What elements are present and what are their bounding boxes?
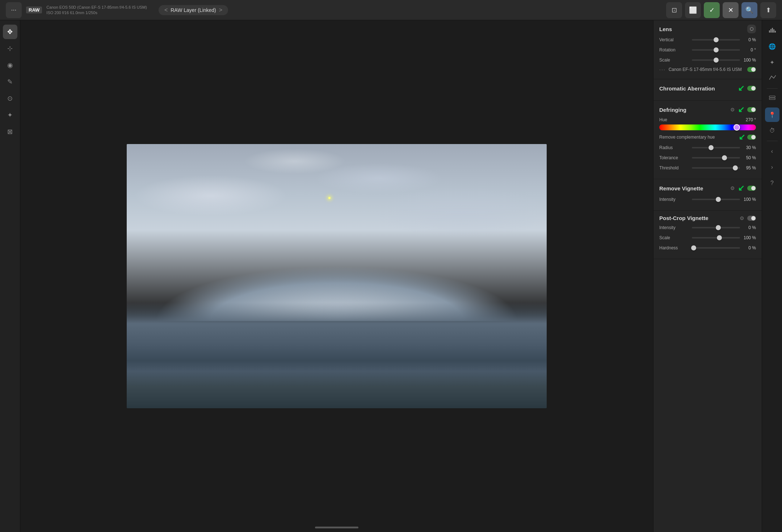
remove-vignette-header: Remove Vignette ⚙ ↙ xyxy=(659,183,756,193)
svg-rect-0 xyxy=(769,30,770,33)
post-crop-intensity-slider[interactable] xyxy=(692,224,740,231)
threshold-label: Threshold xyxy=(659,165,692,170)
defringing-gear-icon[interactable]: ⚙ xyxy=(730,107,735,113)
scale-slider[interactable] xyxy=(692,56,740,64)
remove-comp-toggle[interactable] xyxy=(747,135,756,140)
remove-vignette-toggle[interactable] xyxy=(747,186,756,191)
scroll-indicator[interactable] xyxy=(315,527,358,528)
lens-toggle[interactable] xyxy=(747,67,756,72)
annotation-arrow-2: ↙ xyxy=(738,105,744,114)
chromatic-aberration-controls: ↙ xyxy=(738,84,756,93)
post-crop-vignette-toggle[interactable] xyxy=(747,216,756,221)
paint-tool[interactable]: ⊙ xyxy=(3,91,17,106)
crop-tool[interactable]: ⊠ xyxy=(3,124,17,139)
panel-collapse-left-button[interactable]: ‹ xyxy=(765,144,779,159)
post-crop-scale-thumb[interactable] xyxy=(717,235,722,240)
tolerance-thumb[interactable] xyxy=(722,155,727,160)
post-crop-gear-icon[interactable]: ⚙ xyxy=(740,215,744,221)
layers-icon xyxy=(769,95,776,102)
remove-vignette-gear-icon[interactable]: ⚙ xyxy=(730,185,735,191)
tolerance-slider[interactable] xyxy=(692,154,740,161)
canvas-area[interactable] xyxy=(20,20,653,532)
cancel-button[interactable]: ✕ xyxy=(723,2,739,18)
post-crop-scale-slider-row: Scale 100 % xyxy=(659,234,756,241)
svg-rect-1 xyxy=(770,29,772,33)
search-button[interactable]: 🔍 xyxy=(741,2,757,18)
post-crop-hardness-track xyxy=(692,247,740,249)
vignette-intensity-slider[interactable] xyxy=(692,196,740,203)
hue-track[interactable] xyxy=(659,124,756,130)
threshold-slider-row: Threshold 95 % xyxy=(659,164,756,172)
threshold-slider[interactable] xyxy=(692,164,740,172)
radius-slider[interactable] xyxy=(692,144,740,151)
person-icon: ◉ xyxy=(7,61,13,69)
post-crop-intensity-value: 0 % xyxy=(740,225,756,230)
sparkle-button[interactable]: ✦ xyxy=(765,55,779,69)
histogram-button[interactable] xyxy=(765,23,779,38)
vertical-slider[interactable] xyxy=(692,36,740,43)
layers-button[interactable] xyxy=(765,92,779,106)
hue-label: Hue xyxy=(659,117,667,122)
layer-tab[interactable]: < RAW Layer (Linked) > xyxy=(159,5,228,15)
stack-view-button[interactable]: ⊡ xyxy=(666,2,682,18)
history-button[interactable]: ⏱ xyxy=(765,123,779,138)
lens-entry: ··· Canon EF-S 17-85mm f/4-5.6 IS USM xyxy=(659,67,756,72)
post-crop-intensity-thumb[interactable] xyxy=(716,225,721,230)
compare-button[interactable]: ⬜ xyxy=(685,2,701,18)
post-crop-hardness-slider[interactable] xyxy=(692,244,740,252)
post-crop-vignette-section: Post-Crop Vignette ⚙ Intensity 0 % Scale xyxy=(653,211,762,259)
post-crop-scale-value: 100 % xyxy=(740,235,756,240)
left-toolbar: ✥ ⊹ ◉ ✎ ⊙ ✦ ⊠ xyxy=(0,20,20,532)
scale-thumb[interactable] xyxy=(714,58,719,63)
radius-slider-row: Radius 30 % xyxy=(659,144,756,151)
menu-button[interactable]: ··· xyxy=(6,2,22,18)
threshold-track xyxy=(692,167,740,169)
vignette-intensity-label: Intensity xyxy=(659,197,692,202)
defringing-toggle[interactable] xyxy=(747,107,756,112)
globe-button[interactable]: 🌐 xyxy=(765,39,779,54)
post-crop-hardness-thumb[interactable] xyxy=(691,245,696,250)
levels-button[interactable] xyxy=(765,71,779,85)
post-crop-scale-track xyxy=(692,237,740,238)
layer-next-arrow[interactable]: > xyxy=(219,7,222,13)
transform-tool[interactable]: ⊹ xyxy=(3,41,17,56)
pin-button[interactable]: 📍 xyxy=(765,107,779,122)
hue-thumb[interactable] xyxy=(733,124,740,131)
lens-expand-button[interactable]: ⬡ xyxy=(747,25,756,33)
chromatic-aberration-title: Chromatic Aberration xyxy=(659,85,715,92)
scale-track xyxy=(692,59,740,61)
vignette-intensity-thumb[interactable] xyxy=(716,197,721,202)
post-crop-scale-slider[interactable] xyxy=(692,234,740,241)
lens-dots-menu[interactable]: ··· xyxy=(659,67,666,72)
svg-rect-6 xyxy=(769,98,775,100)
help-button[interactable]: ? xyxy=(765,176,779,190)
layer-prev-arrow[interactable]: < xyxy=(164,7,168,13)
vertical-thumb[interactable] xyxy=(714,37,719,42)
pointer-tool[interactable]: ✥ xyxy=(3,25,17,39)
history-icon: ⏱ xyxy=(769,127,775,134)
chevron-right-icon: › xyxy=(771,164,773,170)
vertical-track xyxy=(692,39,740,41)
topbar: ··· RAW Canon EOS 50D (Canon EF-S 17-85m… xyxy=(0,0,782,20)
rotation-slider-row: Rotation 0 ° xyxy=(659,46,756,54)
export-button[interactable]: ⬆ xyxy=(760,2,776,18)
crop-icon: ⊠ xyxy=(7,128,13,136)
radius-thumb[interactable] xyxy=(709,145,714,150)
rotation-thumb[interactable] xyxy=(714,47,719,52)
hue-value: 270 ° xyxy=(746,117,756,122)
vignette-intensity-slider-row: Intensity 100 % xyxy=(659,196,756,203)
person-tool[interactable]: ◉ xyxy=(3,58,17,72)
vignette-intensity-value: 100 % xyxy=(740,197,756,202)
confirm-button[interactable]: ✓ xyxy=(704,2,720,18)
brush-tool[interactable]: ✎ xyxy=(3,75,17,89)
chromatic-aberration-toggle[interactable] xyxy=(747,86,756,91)
panel-expand-right-button[interactable]: › xyxy=(765,160,779,174)
rotation-slider[interactable] xyxy=(692,46,740,54)
vertical-value: 0 % xyxy=(740,37,756,42)
tolerance-label: Tolerance xyxy=(659,155,692,160)
eyedropper-tool[interactable]: ✦ xyxy=(3,108,17,122)
expand-icon: ⬡ xyxy=(750,26,753,31)
post-crop-hardness-value: 0 % xyxy=(740,245,756,250)
threshold-thumb[interactable] xyxy=(733,165,738,170)
radius-track xyxy=(692,147,740,148)
